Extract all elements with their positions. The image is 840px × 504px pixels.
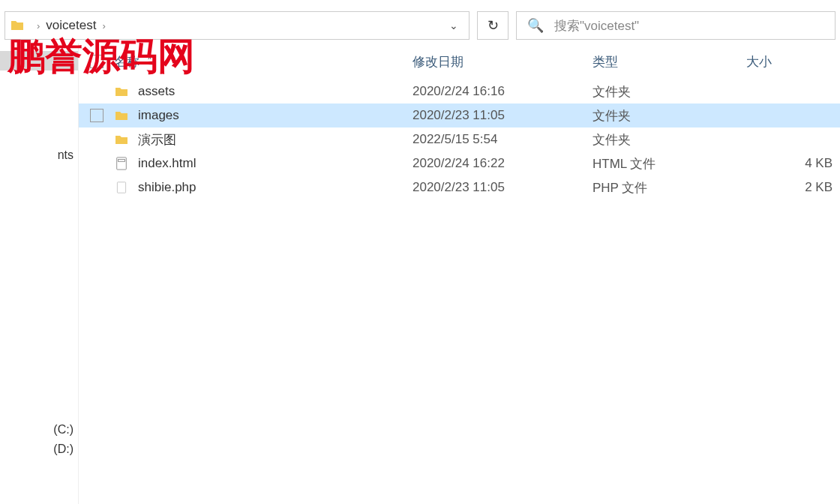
file-type: 文件夹 [592, 83, 746, 100]
file-type: 文件夹 [592, 131, 746, 148]
column-headers: 名称 ˄ 修改日期 类型 大小 [79, 44, 840, 80]
file-name-cell: images [114, 108, 412, 123]
breadcrumb[interactable]: › voicetest › ⌄ [4, 11, 470, 40]
chevron-down-icon[interactable]: ⌄ [449, 20, 458, 32]
file-name: shibie.php [138, 180, 196, 195]
header-name-label: 名称 [114, 53, 140, 70]
sidebar-item-documents[interactable]: nts [0, 146, 78, 165]
file-name: index.html [138, 156, 196, 171]
file-size: 2 KB [746, 180, 840, 195]
file-row[interactable]: shibie.php2020/2/23 11:05PHP 文件2 KB [79, 176, 840, 200]
search-input[interactable]: 🔍 搜索"voicetest" [516, 11, 836, 40]
folder-icon [114, 108, 129, 123]
php-icon [114, 180, 129, 195]
file-row[interactable]: images2020/2/23 11:05文件夹 [79, 104, 840, 128]
svg-rect-1 [118, 160, 125, 162]
file-name: assets [138, 84, 175, 99]
breadcrumb-folder[interactable]: voicetest [46, 18, 96, 33]
select-all-checkbox[interactable] [90, 55, 104, 68]
svg-rect-2 [117, 182, 125, 193]
file-date: 2020/2/24 16:16 [412, 84, 592, 99]
header-type[interactable]: 类型 [592, 53, 746, 70]
file-size: 4 KB [746, 156, 840, 171]
file-name-cell: index.html [114, 156, 412, 171]
html-icon [114, 156, 129, 171]
file-name-cell: shibie.php [114, 180, 412, 195]
file-row[interactable]: index.html2020/2/24 16:22HTML 文件4 KB [79, 152, 840, 176]
refresh-button[interactable]: ↻ [477, 11, 508, 40]
chevron-right-icon: › [37, 20, 40, 32]
chevron-right-icon: › [102, 20, 105, 32]
file-date: 2022/5/15 5:54 [412, 132, 592, 147]
file-type: 文件夹 [592, 107, 746, 124]
file-date: 2020/2/24 16:22 [412, 156, 592, 171]
file-type: PHP 文件 [592, 179, 746, 196]
header-name[interactable]: 名称 ˄ [114, 53, 412, 70]
file-row[interactable]: assets2020/2/24 16:16文件夹 [79, 80, 840, 104]
sort-indicator-icon: ˄ [147, 56, 152, 68]
top-menu [0, 0, 840, 8]
sidebar-item-drive-d[interactable]: (D:) [0, 440, 78, 459]
header-size[interactable]: 大小 [746, 53, 840, 70]
file-date: 2020/2/23 11:05 [412, 108, 592, 123]
folder-icon [10, 18, 25, 33]
folder-icon [114, 84, 129, 99]
row-checkbox[interactable] [90, 109, 104, 122]
file-type: HTML 文件 [592, 155, 746, 172]
sidebar-selected-indicator [0, 51, 78, 70]
search-icon: 🔍 [527, 17, 544, 34]
file-list: 名称 ˄ 修改日期 类型 大小 assets2020/2/24 16:16文件夹… [79, 44, 840, 504]
sidebar: nts (C:) (D:) [0, 44, 79, 504]
sidebar-item-drive-c[interactable]: (C:) [0, 420, 78, 440]
search-placeholder: 搜索"voicetest" [554, 17, 639, 34]
file-name: 演示图 [138, 131, 176, 148]
file-row[interactable]: 演示图2022/5/15 5:54文件夹 [79, 128, 840, 152]
refresh-icon: ↻ [488, 17, 499, 34]
folder-icon [114, 132, 129, 147]
file-name-cell: 演示图 [114, 131, 412, 148]
file-name-cell: assets [114, 84, 412, 99]
file-name: images [138, 108, 179, 123]
header-date[interactable]: 修改日期 [412, 53, 592, 70]
nav-bar: › voicetest › ⌄ ↻ 🔍 搜索"voicetest" [0, 8, 840, 44]
file-date: 2020/2/23 11:05 [412, 180, 592, 195]
